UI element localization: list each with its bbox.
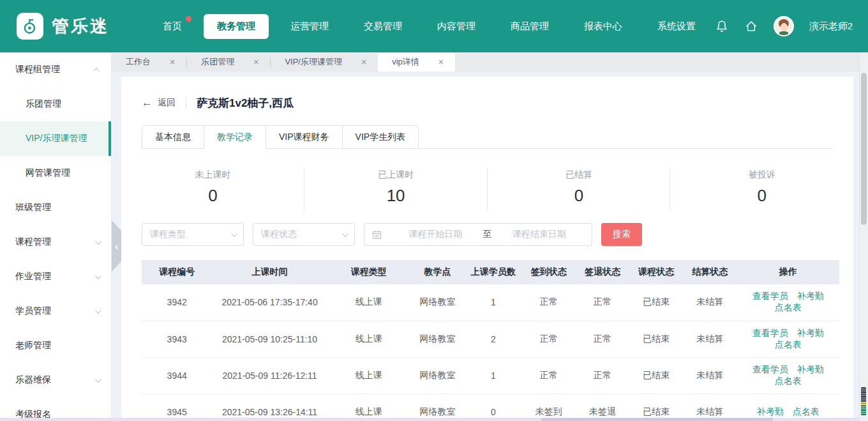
vertical-scrollbar — [859, 52, 868, 421]
tab-vip-theory-course-management[interactable]: VIP/乐理课管理× — [271, 52, 378, 72]
horizontal-scrollbar-thumb[interactable] — [541, 418, 773, 421]
sidebar-item-orchestra-management[interactable]: 乐团管理 — [0, 87, 111, 121]
roll-call-link[interactable]: 点名表 — [793, 406, 819, 417]
cell: 网络教室 — [410, 321, 465, 357]
detail-tabs: 基本信息教学记录VIP课程财务VIP学生列表 — [142, 125, 833, 149]
avatar[interactable] — [774, 16, 794, 36]
tab-workbench[interactable]: 工作台× — [112, 52, 186, 72]
cell: 正常 — [576, 321, 629, 357]
home-icon[interactable] — [744, 19, 758, 33]
sidebar-item-teacher-management[interactable]: 老师管理 — [0, 328, 111, 363]
makeup-attendance-link[interactable]: 补考勤 — [797, 328, 824, 338]
main-area: ← 返回 萨克斯1v2柚子,西瓜 基本信息教学记录VIP课程财务VIP学生列表 … — [112, 72, 868, 421]
view-students-link[interactable]: 查看学员 — [752, 364, 788, 374]
nav-item-label: 教务管理 — [217, 20, 255, 31]
vertical-scrollbar-thumb[interactable] — [861, 73, 867, 225]
app-logo[interactable]: 管乐迷 — [17, 13, 133, 40]
sidebar-item-student-management[interactable]: 学员管理 — [0, 294, 111, 328]
date-range-input[interactable]: 课程开始日期 至 课程结束日期 — [364, 223, 592, 246]
notification-dot — [186, 16, 191, 22]
tab-teaching-records[interactable]: 教学记录 — [204, 125, 266, 149]
sidebar-menu: 课程组管理乐团管理VIP/乐理课管理网管课管理班级管理课程管理作业管理学员管理老… — [0, 52, 112, 421]
sidebar-item-course-group-management[interactable]: 课程组管理 — [0, 52, 111, 87]
tab-vip-detail[interactable]: vip详情× — [378, 52, 455, 72]
nav-item-label: 内容管理 — [437, 20, 475, 31]
stat-label: 未上课时 — [121, 169, 304, 181]
nav-item-home[interactable]: 首页 — [149, 14, 195, 39]
nav-item-reports[interactable]: 报表中心 — [571, 14, 636, 39]
view-students-link[interactable]: 查看学员 — [752, 291, 788, 301]
table-row: 39432021-05-09 10:25-11:10线上课网络教室2正常正常已结… — [142, 321, 839, 357]
actions-cell: 查看学员补考勤点名表 — [737, 284, 839, 321]
view-students-link[interactable]: 查看学员 — [752, 328, 788, 338]
calendar-icon — [372, 230, 382, 240]
cell: 正常 — [522, 284, 576, 321]
meter-widget[interactable] — [860, 385, 867, 417]
nav-item-operations[interactable]: 运营管理 — [277, 14, 342, 39]
cell: 未签到 — [522, 394, 576, 421]
sidebar-item-homework-management[interactable]: 作业管理 — [0, 259, 111, 294]
logo-icon — [17, 13, 43, 40]
chevron-down-icon — [342, 231, 348, 237]
sidebar-item-label: 班级管理 — [15, 202, 51, 213]
sidebar-item-instrument-maintenance[interactable]: 乐器维保 — [0, 363, 111, 397]
actions-cell: 查看学员补考勤点名表 — [737, 357, 839, 394]
user-name[interactable]: 演示老师2 — [809, 20, 853, 33]
sidebar-item-vip-theory-course-management[interactable]: VIP/乐理课管理 — [0, 121, 111, 156]
nav-item-academic-affairs[interactable]: 教务管理 — [204, 14, 269, 39]
column-header: 上课学员数 — [465, 260, 522, 284]
tab-label: VIP/乐理课管理 — [285, 56, 342, 68]
course-status-select[interactable]: 课程状态 — [253, 223, 355, 246]
nav-item-transactions[interactable]: 交易管理 — [350, 14, 415, 39]
sidebar-item-online-admin-course-management[interactable]: 网管课管理 — [0, 156, 111, 190]
close-icon[interactable]: × — [361, 57, 366, 67]
tab-label: 乐团管理 — [201, 56, 234, 68]
nav-item-content[interactable]: 内容管理 — [424, 14, 489, 39]
tab-label: vip详情 — [392, 56, 419, 68]
cell: 3942 — [142, 284, 212, 321]
chevron-down-icon — [95, 273, 101, 279]
cell: 3945 — [142, 394, 212, 421]
sidebar-item-class-management[interactable]: 班级管理 — [0, 190, 111, 225]
column-header: 签到状态 — [522, 260, 576, 284]
nav-item-products[interactable]: 商品管理 — [497, 14, 562, 39]
close-icon[interactable]: × — [253, 57, 258, 67]
tab-label: 工作台 — [126, 56, 151, 68]
tab-vip-course-finance[interactable]: VIP课程财务 — [266, 125, 343, 149]
makeup-attendance-link[interactable]: 补考勤 — [797, 364, 824, 374]
bell-icon[interactable] — [715, 19, 729, 33]
tab-vip-student-list[interactable]: VIP学生列表 — [343, 125, 419, 149]
cell: 0 — [465, 394, 522, 421]
cell: 已结束 — [629, 394, 683, 421]
makeup-attendance-link[interactable]: 补考勤 — [757, 406, 784, 417]
course-type-select[interactable]: 课程类型 — [142, 223, 244, 246]
stat-label: 已上课时 — [304, 169, 488, 181]
nav-item-label: 商品管理 — [511, 20, 549, 31]
nav-item-system-settings[interactable]: 系统设置 — [644, 14, 709, 39]
header-right: 演示老师2 — [715, 16, 853, 36]
column-header: 操作 — [737, 260, 839, 284]
sidebar-item-course-management[interactable]: 课程管理 — [0, 225, 111, 259]
nav-item-label: 系统设置 — [657, 20, 696, 31]
table-row: 39422021-05-06 17:35-17:40线上课网络教室1正常正常已结… — [142, 284, 839, 321]
roll-call-link[interactable]: 点名表 — [775, 376, 802, 386]
sidebar-item-label: 乐器维保 — [15, 374, 51, 386]
tab-orchestra-management[interactable]: 乐团管理× — [187, 52, 270, 72]
search-button[interactable]: 搜索 — [601, 223, 642, 246]
column-header: 签退状态 — [576, 260, 629, 284]
tab-basic-info[interactable]: 基本信息 — [142, 125, 204, 149]
back-button[interactable]: 返回 — [158, 97, 176, 109]
cell: 未结算 — [683, 394, 737, 421]
makeup-attendance-link[interactable]: 补考勤 — [797, 291, 824, 301]
column-header: 教学点 — [410, 260, 465, 284]
cell: 网络教室 — [410, 357, 465, 394]
close-icon[interactable]: × — [170, 57, 175, 67]
cell: 2021-05-09 13:26-14:11 — [212, 394, 327, 421]
roll-call-link[interactable]: 点名表 — [775, 302, 802, 312]
records-table: 课程编号上课时间课程类型教学点上课学员数签到状态签退状态课程状态结算状态操作 3… — [142, 260, 839, 421]
nav-item-label: 报表中心 — [584, 20, 622, 31]
stat-0: 未上课时0 — [121, 162, 304, 215]
roll-call-link[interactable]: 点名表 — [775, 339, 802, 349]
close-icon[interactable]: × — [438, 57, 444, 67]
back-arrow-icon[interactable]: ← — [142, 96, 153, 109]
